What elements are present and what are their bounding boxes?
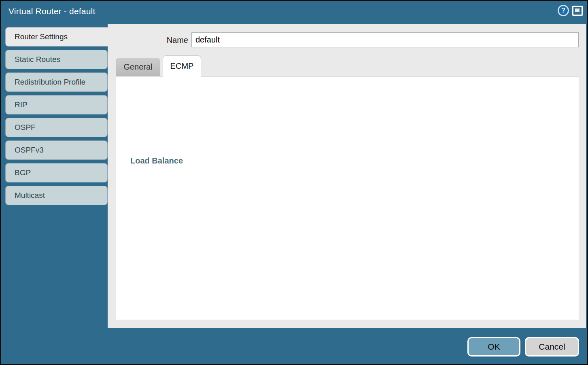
load-balance-legend: Load Balance <box>128 156 185 166</box>
virtual-router-dialog: Virtual Router - default ? Router Settin… <box>0 0 588 365</box>
window-restore-icon[interactable] <box>572 6 583 16</box>
sidebar-item-ospf[interactable]: OSPF <box>5 118 108 137</box>
sidebar-item-static-routes[interactable]: Static Routes <box>5 50 108 69</box>
sidebar-item-bgp[interactable]: BGP <box>5 163 108 182</box>
ecmp-tab-content <box>116 76 579 320</box>
sidebar-item-rip[interactable]: RIP <box>5 95 108 115</box>
sidebar-item-router-settings[interactable]: Router Settings <box>5 27 108 47</box>
help-icon[interactable]: ? <box>558 5 569 16</box>
tab-general[interactable]: General <box>116 58 160 76</box>
dialog-title: Virtual Router - default <box>8 6 96 16</box>
name-label: Name <box>147 36 188 45</box>
sidebar-item-ospfv3[interactable]: OSPFv3 <box>5 140 108 160</box>
name-input[interactable] <box>191 32 579 47</box>
cancel-button[interactable]: Cancel <box>525 337 579 357</box>
ok-button[interactable]: OK <box>467 337 520 357</box>
sidebar: Router Settings Static Routes Redistribu… <box>5 27 108 205</box>
sidebar-item-multicast[interactable]: Multicast <box>5 186 108 205</box>
sidebar-item-redistribution-profile[interactable]: Redistribution Profile <box>5 72 108 92</box>
tab-ecmp[interactable]: ECMP <box>163 55 201 76</box>
